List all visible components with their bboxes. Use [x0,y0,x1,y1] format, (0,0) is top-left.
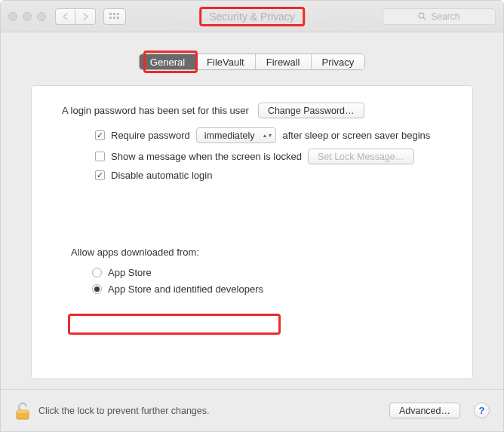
allow-identified-developers-radio[interactable] [92,284,102,294]
lock-icon[interactable] [14,401,31,421]
svg-rect-2 [117,13,119,15]
login-password-set-text: A login password has been set for this u… [62,105,249,116]
nav-back-forward [55,8,96,25]
disable-auto-login-label: Disable automatic login [111,170,212,181]
change-password-button[interactable]: Change Password… [258,103,364,118]
tab-general[interactable]: General [140,54,196,69]
window-title: Security & Privacy [209,11,295,23]
search-field[interactable]: Search [383,8,496,25]
window-controls [8,12,46,21]
search-placeholder: Search [431,11,459,22]
help-button[interactable]: ? [474,403,490,418]
svg-line-7 [424,17,426,20]
require-password-delay-value: immediately [204,130,255,141]
show-message-label: Show a message when the screen is locked [111,151,302,162]
require-password-checkbox[interactable] [95,130,105,140]
lock-text: Click the lock to prevent further change… [38,406,210,416]
tab-filevault[interactable]: FileVault [196,54,256,69]
allow-apps-label: Allow apps downloaded from: [50,247,454,258]
allow-identified-developers-highlight [68,314,281,335]
show-all-button[interactable] [103,8,126,25]
preferences-window: Security & Privacy Search General FileVa… [0,0,504,432]
require-password-after-text: after sleep or screen saver begins [282,130,430,141]
window-title-highlight: Security & Privacy [199,7,305,26]
advanced-button[interactable]: Advanced… [389,403,460,418]
allow-app-store-label: App Store [108,267,152,278]
svg-rect-9 [17,410,29,413]
svg-rect-1 [113,13,115,15]
svg-rect-4 [113,17,115,19]
footer: Click the lock to prevent further change… [1,389,503,431]
back-button[interactable] [55,8,75,25]
require-password-label: Require password [111,130,190,141]
tabs-container: General FileVault Firewall Privacy [16,54,488,70]
search-icon [418,12,426,20]
content-area: General FileVault Firewall Privacy A log… [1,32,503,389]
disable-auto-login-checkbox[interactable] [95,170,105,180]
stepper-icon: ▲▼ [262,133,271,137]
titlebar: Security & Privacy Search [1,1,503,32]
forward-button[interactable] [75,8,96,25]
set-lock-message-button: Set Lock Message… [308,149,414,164]
require-password-delay-select[interactable]: immediately ▲▼ [196,127,277,143]
general-pane: A login password has been set for this u… [31,85,473,379]
allow-app-store-radio[interactable] [92,268,102,277]
svg-rect-0 [109,13,112,15]
close-window-button[interactable] [8,12,17,21]
tab-privacy[interactable]: Privacy [312,54,365,69]
zoom-window-button[interactable] [37,12,46,21]
allow-identified-developers-label: App Store and identified developers [108,283,263,295]
svg-rect-3 [109,17,112,19]
tab-firewall[interactable]: Firewall [256,54,312,69]
show-message-checkbox[interactable] [95,152,105,161]
tabbar: General FileVault Firewall Privacy [139,54,365,70]
svg-rect-5 [117,17,119,19]
minimize-window-button[interactable] [23,12,32,21]
